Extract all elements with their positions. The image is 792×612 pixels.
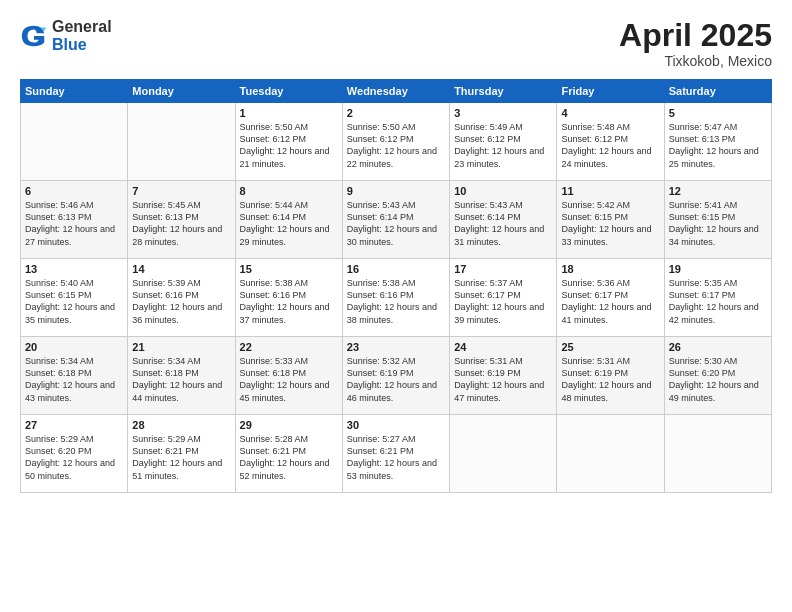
header: General Blue April 2025 Tixkokob, Mexico (20, 18, 772, 69)
calendar-cell: 16Sunrise: 5:38 AM Sunset: 6:16 PM Dayli… (342, 259, 449, 337)
day-number: 13 (25, 263, 123, 275)
calendar-cell: 5Sunrise: 5:47 AM Sunset: 6:13 PM Daylig… (664, 103, 771, 181)
col-saturday: Saturday (664, 80, 771, 103)
cell-content: Sunrise: 5:38 AM Sunset: 6:16 PM Dayligh… (347, 277, 445, 326)
cell-content: Sunrise: 5:48 AM Sunset: 6:12 PM Dayligh… (561, 121, 659, 170)
day-number: 2 (347, 107, 445, 119)
header-row: Sunday Monday Tuesday Wednesday Thursday… (21, 80, 772, 103)
cell-content: Sunrise: 5:31 AM Sunset: 6:19 PM Dayligh… (454, 355, 552, 404)
day-number: 30 (347, 419, 445, 431)
cell-content: Sunrise: 5:39 AM Sunset: 6:16 PM Dayligh… (132, 277, 230, 326)
day-number: 18 (561, 263, 659, 275)
logo-icon (20, 22, 48, 50)
title-block: April 2025 Tixkokob, Mexico (619, 18, 772, 69)
day-number: 8 (240, 185, 338, 197)
calendar-cell: 17Sunrise: 5:37 AM Sunset: 6:17 PM Dayli… (450, 259, 557, 337)
cell-content: Sunrise: 5:29 AM Sunset: 6:21 PM Dayligh… (132, 433, 230, 482)
day-number: 15 (240, 263, 338, 275)
day-number: 6 (25, 185, 123, 197)
calendar-cell: 25Sunrise: 5:31 AM Sunset: 6:19 PM Dayli… (557, 337, 664, 415)
calendar-cell: 7Sunrise: 5:45 AM Sunset: 6:13 PM Daylig… (128, 181, 235, 259)
calendar-cell: 19Sunrise: 5:35 AM Sunset: 6:17 PM Dayli… (664, 259, 771, 337)
cell-content: Sunrise: 5:31 AM Sunset: 6:19 PM Dayligh… (561, 355, 659, 404)
day-number: 29 (240, 419, 338, 431)
calendar-cell: 26Sunrise: 5:30 AM Sunset: 6:20 PM Dayli… (664, 337, 771, 415)
day-number: 28 (132, 419, 230, 431)
cell-content: Sunrise: 5:41 AM Sunset: 6:15 PM Dayligh… (669, 199, 767, 248)
col-thursday: Thursday (450, 80, 557, 103)
day-number: 19 (669, 263, 767, 275)
calendar-cell: 18Sunrise: 5:36 AM Sunset: 6:17 PM Dayli… (557, 259, 664, 337)
week-row-1: 1Sunrise: 5:50 AM Sunset: 6:12 PM Daylig… (21, 103, 772, 181)
cell-content: Sunrise: 5:28 AM Sunset: 6:21 PM Dayligh… (240, 433, 338, 482)
logo-general-text: General (52, 18, 112, 36)
cell-content: Sunrise: 5:44 AM Sunset: 6:14 PM Dayligh… (240, 199, 338, 248)
calendar-cell: 12Sunrise: 5:41 AM Sunset: 6:15 PM Dayli… (664, 181, 771, 259)
calendar-cell: 23Sunrise: 5:32 AM Sunset: 6:19 PM Dayli… (342, 337, 449, 415)
day-number: 20 (25, 341, 123, 353)
cell-content: Sunrise: 5:47 AM Sunset: 6:13 PM Dayligh… (669, 121, 767, 170)
calendar-cell: 3Sunrise: 5:49 AM Sunset: 6:12 PM Daylig… (450, 103, 557, 181)
cell-content: Sunrise: 5:27 AM Sunset: 6:21 PM Dayligh… (347, 433, 445, 482)
calendar-cell: 10Sunrise: 5:43 AM Sunset: 6:14 PM Dayli… (450, 181, 557, 259)
calendar-cell (21, 103, 128, 181)
calendar-cell: 9Sunrise: 5:43 AM Sunset: 6:14 PM Daylig… (342, 181, 449, 259)
day-number: 26 (669, 341, 767, 353)
col-wednesday: Wednesday (342, 80, 449, 103)
week-row-4: 20Sunrise: 5:34 AM Sunset: 6:18 PM Dayli… (21, 337, 772, 415)
week-row-3: 13Sunrise: 5:40 AM Sunset: 6:15 PM Dayli… (21, 259, 772, 337)
cell-content: Sunrise: 5:30 AM Sunset: 6:20 PM Dayligh… (669, 355, 767, 404)
calendar-cell: 6Sunrise: 5:46 AM Sunset: 6:13 PM Daylig… (21, 181, 128, 259)
logo-text: General Blue (52, 18, 112, 53)
calendar-cell: 29Sunrise: 5:28 AM Sunset: 6:21 PM Dayli… (235, 415, 342, 493)
calendar-cell: 11Sunrise: 5:42 AM Sunset: 6:15 PM Dayli… (557, 181, 664, 259)
cell-content: Sunrise: 5:37 AM Sunset: 6:17 PM Dayligh… (454, 277, 552, 326)
calendar-cell: 22Sunrise: 5:33 AM Sunset: 6:18 PM Dayli… (235, 337, 342, 415)
calendar-cell: 4Sunrise: 5:48 AM Sunset: 6:12 PM Daylig… (557, 103, 664, 181)
logo: General Blue (20, 18, 112, 53)
day-number: 11 (561, 185, 659, 197)
day-number: 3 (454, 107, 552, 119)
calendar-cell (450, 415, 557, 493)
title-location: Tixkokob, Mexico (619, 53, 772, 69)
calendar-cell (664, 415, 771, 493)
calendar-cell: 24Sunrise: 5:31 AM Sunset: 6:19 PM Dayli… (450, 337, 557, 415)
calendar-cell (128, 103, 235, 181)
day-number: 9 (347, 185, 445, 197)
cell-content: Sunrise: 5:34 AM Sunset: 6:18 PM Dayligh… (25, 355, 123, 404)
col-friday: Friday (557, 80, 664, 103)
cell-content: Sunrise: 5:42 AM Sunset: 6:15 PM Dayligh… (561, 199, 659, 248)
week-row-2: 6Sunrise: 5:46 AM Sunset: 6:13 PM Daylig… (21, 181, 772, 259)
day-number: 27 (25, 419, 123, 431)
col-tuesday: Tuesday (235, 80, 342, 103)
title-month: April 2025 (619, 18, 772, 53)
logo-blue-text: Blue (52, 36, 112, 54)
calendar-cell (557, 415, 664, 493)
cell-content: Sunrise: 5:49 AM Sunset: 6:12 PM Dayligh… (454, 121, 552, 170)
cell-content: Sunrise: 5:35 AM Sunset: 6:17 PM Dayligh… (669, 277, 767, 326)
cell-content: Sunrise: 5:50 AM Sunset: 6:12 PM Dayligh… (240, 121, 338, 170)
day-number: 23 (347, 341, 445, 353)
cell-content: Sunrise: 5:36 AM Sunset: 6:17 PM Dayligh… (561, 277, 659, 326)
cell-content: Sunrise: 5:34 AM Sunset: 6:18 PM Dayligh… (132, 355, 230, 404)
day-number: 14 (132, 263, 230, 275)
day-number: 22 (240, 341, 338, 353)
day-number: 1 (240, 107, 338, 119)
cell-content: Sunrise: 5:46 AM Sunset: 6:13 PM Dayligh… (25, 199, 123, 248)
calendar-cell: 1Sunrise: 5:50 AM Sunset: 6:12 PM Daylig… (235, 103, 342, 181)
calendar-cell: 13Sunrise: 5:40 AM Sunset: 6:15 PM Dayli… (21, 259, 128, 337)
calendar-cell: 15Sunrise: 5:38 AM Sunset: 6:16 PM Dayli… (235, 259, 342, 337)
cell-content: Sunrise: 5:29 AM Sunset: 6:20 PM Dayligh… (25, 433, 123, 482)
day-number: 17 (454, 263, 552, 275)
day-number: 7 (132, 185, 230, 197)
cell-content: Sunrise: 5:38 AM Sunset: 6:16 PM Dayligh… (240, 277, 338, 326)
day-number: 24 (454, 341, 552, 353)
cell-content: Sunrise: 5:45 AM Sunset: 6:13 PM Dayligh… (132, 199, 230, 248)
calendar-table: Sunday Monday Tuesday Wednesday Thursday… (20, 79, 772, 493)
day-number: 4 (561, 107, 659, 119)
calendar-cell: 2Sunrise: 5:50 AM Sunset: 6:12 PM Daylig… (342, 103, 449, 181)
calendar-cell: 20Sunrise: 5:34 AM Sunset: 6:18 PM Dayli… (21, 337, 128, 415)
cell-content: Sunrise: 5:32 AM Sunset: 6:19 PM Dayligh… (347, 355, 445, 404)
day-number: 25 (561, 341, 659, 353)
cell-content: Sunrise: 5:33 AM Sunset: 6:18 PM Dayligh… (240, 355, 338, 404)
